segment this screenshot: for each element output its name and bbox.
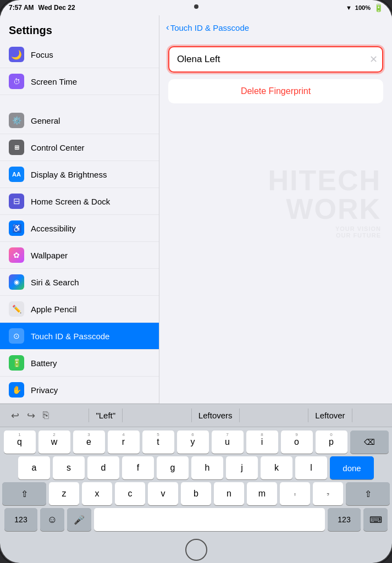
- fingerprint-name-value[interactable]: Olena Left: [177, 54, 362, 65]
- camera-notch: [194, 4, 198, 9]
- home-button[interactable]: [185, 539, 207, 561]
- applepencil-label: Apple Pencil: [31, 305, 76, 314]
- key-g[interactable]: g: [157, 456, 189, 479]
- right-header: ‹ Touch ID & Passcode: [159, 15, 392, 37]
- privacy-label: Privacy: [31, 385, 58, 395]
- suggestion-3[interactable]: Leftover: [308, 409, 352, 422]
- back-label: Touch ID & Passcode: [170, 23, 249, 32]
- wallpaper-icon: ✿: [9, 247, 24, 263]
- key-t[interactable]: 5t: [142, 430, 174, 454]
- key-u-sub: 7: [226, 432, 228, 437]
- sidebar-item-applepencil[interactable]: ✏️ Apple Pencil: [0, 296, 159, 323]
- key-shift-left[interactable]: ⇧: [2, 482, 46, 505]
- right-content: Olena Left ✕ Delete Fingerprint: [159, 37, 392, 112]
- watermark: HITECH WORK YOUR VISIONOUR FUTURE: [268, 166, 381, 239]
- key-x[interactable]: x: [82, 482, 112, 505]
- key-u[interactable]: 7u: [212, 430, 244, 454]
- key-j[interactable]: j: [226, 456, 258, 479]
- key-r[interactable]: 4r: [108, 430, 140, 454]
- sidebar-item-homescreen[interactable]: ⊟ Home Screen & Dock: [0, 188, 159, 215]
- focus-label: Focus: [31, 50, 53, 59]
- suggestion-1[interactable]: "Left": [89, 409, 123, 422]
- homescreen-icon: ⊟: [9, 194, 24, 209]
- sidebar-item-siri[interactable]: ◉ Siri & Search: [0, 269, 159, 296]
- controlcenter-icon: ⊞: [9, 140, 24, 155]
- key-question[interactable]: ?: [313, 482, 343, 505]
- status-time: 7:57 AM: [9, 4, 34, 12]
- key-exclaim[interactable]: !: [280, 482, 310, 505]
- key-l[interactable]: l: [295, 456, 327, 479]
- key-a[interactable]: a: [18, 456, 50, 479]
- key-row-3: ⇧ z x c v b n m ! ? ⇧: [2, 482, 390, 505]
- battery-text: 100%: [355, 4, 371, 11]
- sidebar-item-battery[interactable]: 🔋 Battery: [0, 350, 159, 377]
- status-icons: ▼ 100% 🔋: [346, 3, 383, 12]
- sidebar-item-screentime[interactable]: ⏱ Screen Time: [0, 68, 159, 95]
- key-y[interactable]: 6y: [177, 430, 209, 454]
- right-panel: ‹ Touch ID & Passcode Olena Left ✕ Delet…: [159, 15, 392, 404]
- key-123-label: 123: [14, 515, 27, 524]
- key-r-sub: 4: [122, 432, 124, 437]
- focus-icon: 🌙: [9, 47, 24, 62]
- status-bar: 7:57 AM Wed Dec 22 ▼ 100% 🔋: [0, 0, 392, 15]
- spacebar[interactable]: [94, 508, 325, 531]
- key-m[interactable]: m: [247, 482, 277, 505]
- key-q-sub: 1: [18, 432, 20, 437]
- key-keyboard[interactable]: ⌨: [363, 508, 388, 531]
- key-b[interactable]: b: [181, 482, 211, 505]
- sidebar-item-touchid[interactable]: ⊙ Touch ID & Passcode: [0, 323, 159, 350]
- display-label: Display & Brightness: [31, 170, 107, 179]
- paste-icon[interactable]: ⎘: [43, 410, 49, 421]
- siri-label: Siri & Search: [31, 278, 79, 287]
- sidebar-item-privacy[interactable]: ✋ Privacy: [0, 377, 159, 404]
- redo-icon[interactable]: ↪: [27, 410, 35, 422]
- battery-icon-sidebar: 🔋: [9, 355, 24, 371]
- key-q[interactable]: 1q: [4, 430, 36, 454]
- applepencil-icon: ✏️: [9, 301, 24, 317]
- suggestion-2[interactable]: Leftovers: [191, 409, 240, 422]
- section-divider-1: [0, 95, 159, 107]
- sidebar-item-accessibility[interactable]: ♿ Accessibility: [0, 215, 159, 242]
- key-v[interactable]: v: [148, 482, 178, 505]
- sidebar-section-top: 🌙 Focus ⏱ Screen Time: [0, 41, 159, 95]
- key-emoji[interactable]: ☺: [40, 508, 64, 531]
- key-z[interactable]: z: [49, 482, 79, 505]
- undo-icon[interactable]: ↩: [11, 410, 19, 422]
- sidebar-item-general[interactable]: ⚙️ General: [0, 107, 159, 134]
- key-mic[interactable]: 🎤: [67, 508, 91, 531]
- key-o[interactable]: 9o: [281, 430, 313, 454]
- key-k[interactable]: k: [261, 456, 292, 479]
- sidebar-item-controlcenter[interactable]: ⊞ Control Center: [0, 134, 159, 161]
- key-e[interactable]: 3e: [73, 430, 105, 454]
- delete-fingerprint-button[interactable]: Delete Fingerprint: [168, 79, 383, 103]
- key-d[interactable]: d: [87, 456, 119, 479]
- key-123-right[interactable]: 123: [328, 508, 361, 531]
- back-button[interactable]: ‹ Touch ID & Passcode: [166, 22, 249, 33]
- key-delete[interactable]: ⌫: [350, 430, 389, 454]
- input-clear-button[interactable]: ✕: [369, 53, 378, 65]
- screentime-icon: ⏱: [9, 74, 24, 89]
- key-f[interactable]: f: [122, 456, 154, 479]
- key-s[interactable]: s: [53, 456, 85, 479]
- key-n[interactable]: n: [214, 482, 244, 505]
- sidebar-item-display[interactable]: AA Display & Brightness: [0, 161, 159, 188]
- key-o-sub: 9: [295, 432, 297, 437]
- key-w[interactable]: 2w: [38, 430, 70, 454]
- key-p-sub: 0: [330, 432, 332, 437]
- sidebar-section-main: ⚙️ General ⊞ Control Center AA Display &…: [0, 107, 159, 404]
- keyboard-rows: 1q 2w 3e 4r 5t 6y 7u 8i 9o 0p ⌫ a s d f …: [0, 427, 392, 531]
- accessibility-icon: ♿: [9, 220, 24, 236]
- key-123[interactable]: 123: [4, 508, 37, 531]
- battery-label: Battery: [31, 358, 57, 368]
- watermark-sub: YOUR VISIONOUR FUTURE: [268, 225, 381, 239]
- sidebar-item-focus[interactable]: 🌙 Focus: [0, 41, 159, 68]
- done-button[interactable]: done: [330, 456, 374, 479]
- key-h[interactable]: h: [191, 456, 223, 479]
- key-p[interactable]: 0p: [316, 430, 347, 454]
- homescreen-label: Home Screen & Dock: [31, 197, 110, 206]
- display-icon: AA: [9, 167, 24, 182]
- key-i[interactable]: 8i: [246, 430, 278, 454]
- key-c[interactable]: c: [115, 482, 145, 505]
- sidebar-item-wallpaper[interactable]: ✿ Wallpaper: [0, 242, 159, 269]
- key-shift-right[interactable]: ⇧: [346, 482, 390, 505]
